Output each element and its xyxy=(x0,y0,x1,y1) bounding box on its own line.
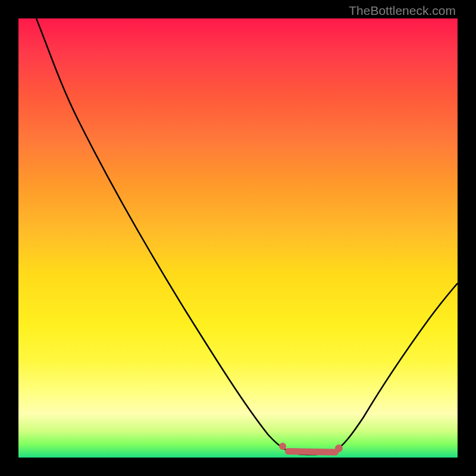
curve-svg xyxy=(18,18,458,458)
chart-container: TheBottleneck.com xyxy=(0,0,476,476)
watermark-text: TheBottleneck.com xyxy=(349,4,456,18)
marker-end-dot xyxy=(335,444,343,452)
bottleneck-curve xyxy=(36,18,458,455)
marker-segment xyxy=(285,448,339,456)
plot-area xyxy=(18,18,458,458)
